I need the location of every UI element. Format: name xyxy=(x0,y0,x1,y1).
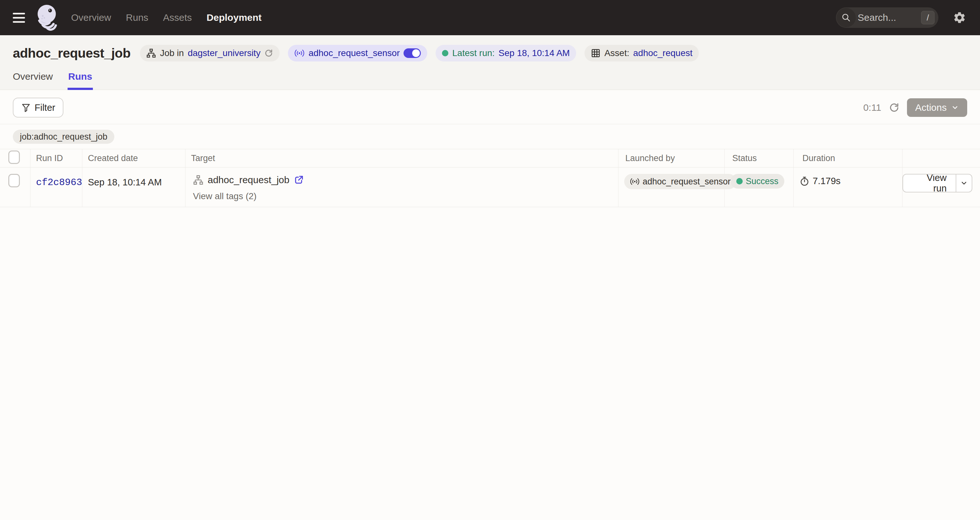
latest-run-link[interactable]: Sep 18, 10:14 AM xyxy=(499,48,570,58)
menu-icon[interactable] xyxy=(13,11,27,25)
filter-funnel-icon xyxy=(21,103,31,112)
actions-button[interactable]: Actions xyxy=(907,98,967,117)
col-header-status: Status xyxy=(724,149,793,167)
created-date: Sep 18, 10:14 AM xyxy=(88,177,162,188)
view-run-button[interactable]: View run xyxy=(903,175,956,192)
tab-bar: Overview Runs xyxy=(0,71,980,90)
page-title: adhoc_request_job xyxy=(13,46,130,61)
search-bar[interactable]: / xyxy=(836,7,939,28)
select-all-checkbox[interactable] xyxy=(8,151,20,164)
gear-icon[interactable] xyxy=(952,10,967,25)
search-input[interactable] xyxy=(858,12,921,23)
active-filters-row: job:adhoc_request_job xyxy=(0,124,980,149)
asset-link[interactable]: adhoc_request xyxy=(633,48,692,58)
col-header-target: Target xyxy=(185,149,618,167)
header-badges: Job in dagster_university adhoc_request_… xyxy=(140,45,699,62)
job-location-badge: Job in dagster_university xyxy=(140,45,280,62)
filter-button[interactable]: Filter xyxy=(13,98,64,118)
nav-item-runs[interactable]: Runs xyxy=(126,12,148,23)
col-header-run-id: Run ID xyxy=(30,149,82,167)
page-header: adhoc_request_job Job in dagster_univers… xyxy=(0,35,980,90)
view-all-tags-link[interactable]: View all tags (2) xyxy=(193,191,257,201)
col-header-actions xyxy=(902,149,980,167)
nav-item-deployment[interactable]: Deployment xyxy=(207,12,262,23)
duration-value: 7.179s xyxy=(813,176,841,186)
nav-item-overview[interactable]: Overview xyxy=(71,12,111,23)
sensor-toggle[interactable] xyxy=(404,48,421,58)
status-dot-icon xyxy=(736,178,743,184)
actions-button-label: Actions xyxy=(915,102,947,113)
row-checkbox[interactable] xyxy=(8,174,20,187)
reload-location-icon[interactable] xyxy=(264,49,273,58)
stopwatch-icon xyxy=(799,176,810,186)
code-location-link[interactable]: dagster_university xyxy=(188,48,260,58)
latest-run-label: Latest run: xyxy=(452,48,495,58)
asset-badge-label: Asset: xyxy=(605,48,629,58)
tab-runs[interactable]: Runs xyxy=(68,71,92,90)
filter-button-label: Filter xyxy=(35,102,55,113)
search-shortcut-key: / xyxy=(921,11,934,24)
sensor-link[interactable]: adhoc_request_sensor xyxy=(309,48,400,58)
chevron-down-icon xyxy=(960,179,968,187)
nav-item-assets[interactable]: Assets xyxy=(163,12,192,23)
col-header-launched-by: Launched by xyxy=(618,149,724,167)
launched-by-tag[interactable]: adhoc_request_sensor xyxy=(624,174,737,189)
latest-run-badge: Latest run: Sep 18, 10:14 AM xyxy=(436,45,576,62)
job-graph-icon xyxy=(146,48,156,58)
run-id-link[interactable]: cf2c8963 xyxy=(36,177,82,188)
runs-toolbar: Filter 0:11 Actions xyxy=(0,90,980,124)
filter-tag-job[interactable]: job:adhoc_request_job xyxy=(13,130,115,144)
status-label: Success xyxy=(746,177,778,186)
view-run-split-button: View run xyxy=(902,174,973,192)
top-nav: Overview Runs Assets Deployment / xyxy=(0,0,980,35)
launched-by-label: adhoc_request_sensor xyxy=(643,177,731,187)
runs-table: Run ID Created date Target Launched by S… xyxy=(0,149,980,207)
target-job-name: adhoc_request_job xyxy=(208,175,290,185)
status-badge: Success xyxy=(730,174,784,189)
sensor-badge: adhoc_request_sensor xyxy=(288,45,427,62)
latest-run-status-dot xyxy=(442,50,449,56)
refresh-countdown: 0:11 xyxy=(863,102,881,113)
open-job-external-icon[interactable] xyxy=(294,175,304,185)
dagster-logo-icon[interactable] xyxy=(35,3,60,32)
table-row: cf2c8963 Sep 18, 10:14 AM adhoc_request_… xyxy=(0,167,980,207)
col-header-created-date: Created date xyxy=(82,149,185,167)
sensor-icon xyxy=(294,49,305,57)
asset-grid-icon xyxy=(591,48,600,58)
view-run-dropdown-toggle[interactable] xyxy=(956,175,972,192)
chevron-down-icon xyxy=(951,104,959,111)
job-graph-icon xyxy=(193,175,204,185)
table-header-row: Run ID Created date Target Launched by S… xyxy=(0,149,980,167)
tab-overview[interactable]: Overview xyxy=(13,71,53,90)
sensor-icon xyxy=(630,178,640,185)
job-badge-prefix: Job in xyxy=(160,48,184,58)
search-icon xyxy=(837,8,856,27)
primary-nav: Overview Runs Assets Deployment xyxy=(71,12,262,23)
refresh-icon[interactable] xyxy=(887,100,901,114)
asset-badge: Asset: adhoc_request xyxy=(584,45,699,62)
col-header-duration: Duration xyxy=(793,149,902,167)
